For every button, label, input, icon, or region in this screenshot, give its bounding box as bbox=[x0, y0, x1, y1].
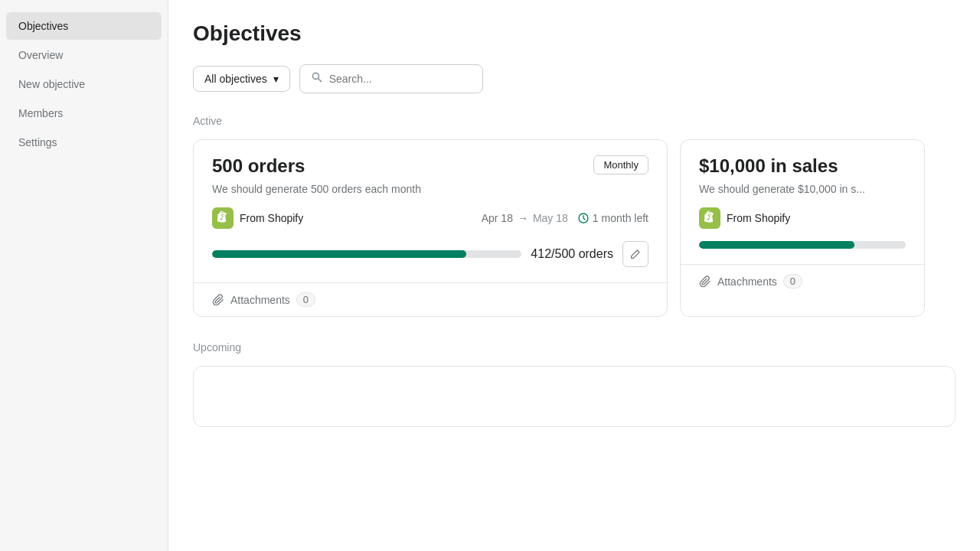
objective-card-2: $10,000 in sales We should generate $10,… bbox=[680, 139, 925, 317]
shopify-label-1: From Shopify bbox=[240, 212, 303, 224]
card-description-2: We should generate $10,000 in s... bbox=[699, 183, 906, 195]
active-section-label: Active bbox=[193, 115, 956, 127]
card-meta-2: From Shopify bbox=[699, 207, 906, 229]
upcoming-section: Upcoming bbox=[193, 341, 956, 427]
toolbar: All objectives ▾ bbox=[193, 64, 956, 93]
card-badge-1: Monthly bbox=[593, 155, 648, 174]
card-footer-2: Attachments 0 bbox=[681, 264, 924, 298]
progress-row-1: 412/500 orders bbox=[212, 241, 648, 267]
page-title: Objectives bbox=[193, 21, 956, 46]
card-body-2: $10,000 in sales We should generate $10,… bbox=[681, 140, 924, 264]
active-cards-row: 500 orders Monthly We should generate 50… bbox=[193, 139, 956, 317]
clock-icon-1 bbox=[577, 212, 590, 224]
search-box bbox=[299, 64, 483, 93]
objective-card-1: 500 orders Monthly We should generate 50… bbox=[193, 139, 668, 317]
upcoming-card bbox=[193, 366, 956, 427]
card-title-1: 500 orders bbox=[212, 155, 305, 177]
progress-bar-fill-1 bbox=[212, 250, 466, 258]
edit-button-1[interactable] bbox=[622, 241, 648, 267]
date-end-1: May 18 bbox=[533, 212, 568, 224]
dropdown-label: All objectives bbox=[204, 73, 267, 85]
progress-bar-wrap-2 bbox=[699, 241, 906, 249]
arrow-icon-1: → bbox=[518, 212, 528, 224]
card-description-1: We should generate 500 orders each month bbox=[212, 183, 648, 195]
sidebar-item-overview[interactable]: Overview bbox=[6, 41, 162, 69]
card-header-2: $10,000 in sales bbox=[699, 155, 906, 177]
sidebar-item-members[interactable]: Members bbox=[6, 99, 162, 127]
shopify-icon-1 bbox=[212, 207, 234, 229]
pencil-icon-1 bbox=[629, 248, 642, 260]
attachments-count-1: 0 bbox=[296, 292, 315, 307]
search-icon bbox=[311, 71, 323, 86]
progress-label-1: 412/500 orders bbox=[531, 247, 613, 261]
chevron-down-icon: ▾ bbox=[273, 73, 279, 85]
objectives-filter-dropdown[interactable]: All objectives ▾ bbox=[193, 66, 290, 92]
main-content: Objectives All objectives ▾ Active 500 o… bbox=[168, 0, 980, 551]
sidebar-item-settings[interactable]: Settings bbox=[6, 129, 162, 156]
progress-bar-wrap-1 bbox=[212, 250, 521, 258]
card-title-2: $10,000 in sales bbox=[699, 155, 838, 177]
date-range-1: Apr 18 → May 18 bbox=[482, 212, 568, 224]
attachments-label-1: Attachments bbox=[230, 294, 290, 306]
card-meta-1: From Shopify Apr 18 → May 18 1 month lef… bbox=[212, 207, 648, 229]
time-left-1: 1 month left bbox=[577, 212, 648, 224]
card-body-1: 500 orders Monthly We should generate 50… bbox=[194, 140, 667, 282]
attachments-label-2: Attachments bbox=[717, 276, 777, 288]
shopify-source-2: From Shopify bbox=[699, 207, 790, 229]
date-start-1: Apr 18 bbox=[482, 212, 513, 224]
shopify-label-2: From Shopify bbox=[727, 212, 790, 224]
paperclip-icon-2 bbox=[699, 276, 711, 288]
shopify-icon-2 bbox=[699, 207, 720, 229]
sidebar-item-objectives[interactable]: Objectives bbox=[6, 12, 162, 40]
attachments-count-2: 0 bbox=[783, 274, 802, 289]
card-footer-1: Attachments 0 bbox=[194, 282, 667, 316]
sidebar-item-new-objective[interactable]: New objective bbox=[6, 70, 162, 98]
progress-row-2 bbox=[699, 241, 906, 249]
progress-bar-fill-2 bbox=[699, 241, 854, 249]
paperclip-icon-1 bbox=[212, 294, 224, 306]
sidebar: Objectives Overview New objective Member… bbox=[0, 0, 168, 551]
time-left-label-1: 1 month left bbox=[593, 212, 648, 224]
upcoming-section-label: Upcoming bbox=[193, 341, 956, 354]
card-header-1: 500 orders Monthly bbox=[212, 155, 648, 177]
search-input[interactable] bbox=[329, 73, 472, 85]
shopify-source-1: From Shopify bbox=[212, 207, 303, 229]
